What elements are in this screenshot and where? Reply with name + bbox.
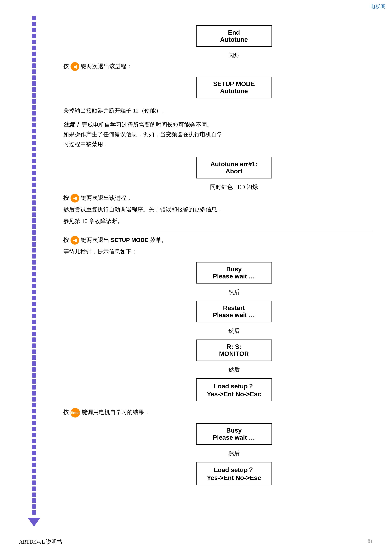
sidebar-decoration [32, 16, 36, 526]
lcd-line2-monitor: MONITOR [203, 350, 265, 358]
back-button-2[interactable]: ◀ [71, 194, 79, 203]
press-enter-para: 按 Enter 键调用电机自学习的结果： [63, 408, 373, 417]
red-led-label: 同时红色 LED 闪烁 [95, 183, 373, 191]
lcd-box-autotune-err: Autotune err#1: Abort [196, 157, 272, 178]
lcd-box-end-autotune: End Autotune [196, 25, 272, 47]
note-text2: 如果操作产生了任何错误信息，例如，当变频器在执行电机自学 [63, 130, 373, 139]
press-back-2-text: 键两次退出该进程， [81, 193, 132, 203]
lcd-line1-loadsetup2: Load setup？ [203, 466, 265, 474]
press-back-1-text: 键两次退出该进程： [81, 62, 132, 71]
back-button-1[interactable]: ◀ [71, 62, 79, 71]
lcd-line2-yesno1: Yes->Ent No->Esc [203, 391, 265, 398]
then-label-1: 然后 [95, 288, 373, 296]
watermark-text: 电梯阁 [371, 3, 386, 10]
press-text-3-pre: 按 [63, 236, 69, 245]
note-text3: 习过程中被禁用： [63, 139, 373, 149]
press-text-2: 按 [63, 193, 69, 203]
refer-text: 参见第 10 章故障诊断。 [63, 217, 373, 226]
lcd-box-setup-mode: SETUP MODE Autotune [196, 77, 272, 98]
separator-line [63, 231, 373, 231]
lcd-line2-pleasewait2: Please wait … [203, 312, 265, 319]
lcd-box-monitor: R: S: MONITOR [196, 340, 272, 361]
lcd-line1-rs: R: S: [203, 343, 265, 350]
note-title: 注意！ [63, 122, 80, 128]
press-back-3-post: 菜单。 [150, 236, 167, 245]
lcd-line1-setup: SETUP MODE [203, 80, 265, 88]
flash-label: 闪烁 [95, 51, 373, 59]
note-text1: 完成电机自学习过程所需要的时间长短可能会不同。 [82, 122, 213, 128]
lcd-box-busy-2: Busy Please wait … [196, 423, 272, 445]
lcd-box-load-setup-2: Load setup？ Yes->Ent No->Esc [196, 462, 272, 485]
lcd-line2-pleasewait1: Please wait … [203, 273, 265, 280]
then-label-4: 然后 [95, 449, 373, 457]
press-back-2-para: 按 ◀ 键两次退出该进程， [63, 193, 373, 203]
lcd-line2-autotune2: Autotune [203, 88, 265, 95]
then-label-3: 然后 [95, 366, 373, 373]
lcd-line1-err: Autotune err#1: [203, 161, 265, 168]
lcd-line1-busy1: Busy [203, 266, 265, 273]
lcd-line1-loadsetup1: Load setup？ [203, 382, 265, 391]
lcd-line2-abort: Abort [203, 168, 265, 175]
retry-text: 然后尝试重复执行自动调谐程序。关于错误和报警的更多信息， [63, 205, 373, 214]
setup-mode-label-inline: SETUP MODE [111, 236, 148, 245]
note-section: 注意！ 完成电机自学习过程所需要的时间长短可能会不同。 如果操作产生了任何错误信… [63, 120, 373, 149]
press-enter-text: 键调用电机自学习的结果： [82, 408, 150, 417]
press-back-3-mid: 键两次退出 [81, 236, 109, 245]
lcd-box-load-setup-1: Load setup？ Yes->Ent No->Esc [196, 378, 272, 401]
press-text-1: 按 [63, 62, 69, 71]
lcd-line1-restart: Restart [203, 304, 265, 312]
lcd-line1-busy2: Busy [203, 427, 265, 434]
lcd-line1-end: End [203, 29, 265, 36]
press-back-1-para: 按 ◀ 键两次退出该进程： [63, 62, 373, 71]
footer-left: ARTDriveL 说明书 [19, 538, 62, 546]
lcd-line2-yesno2: Yes->Ent No->Esc [203, 474, 265, 482]
footer-right: 81 [368, 538, 373, 546]
wait-text: 等待几秒钟，提示信息如下： [63, 247, 373, 256]
lcd-line2-autotune: Autotune [203, 36, 265, 43]
then-label-2: 然后 [95, 327, 373, 335]
enter-button[interactable]: Enter [71, 408, 80, 417]
lcd-box-restart: Restart Please wait … [196, 301, 272, 322]
lcd-box-busy-1: Busy Please wait … [196, 262, 272, 284]
lcd-line2-pleasewait3: Please wait … [203, 434, 265, 441]
press-enter-pre: 按 [63, 408, 69, 417]
press-back-3-para: 按 ◀ 键两次退出 SETUP MODE 菜单。 [63, 236, 373, 245]
note-para1: 关掉输出接触器并断开端子 12（使能）。 [63, 106, 373, 115]
back-button-3[interactable]: ◀ [71, 236, 79, 245]
footer: ARTDriveL 说明书 81 [19, 538, 373, 546]
